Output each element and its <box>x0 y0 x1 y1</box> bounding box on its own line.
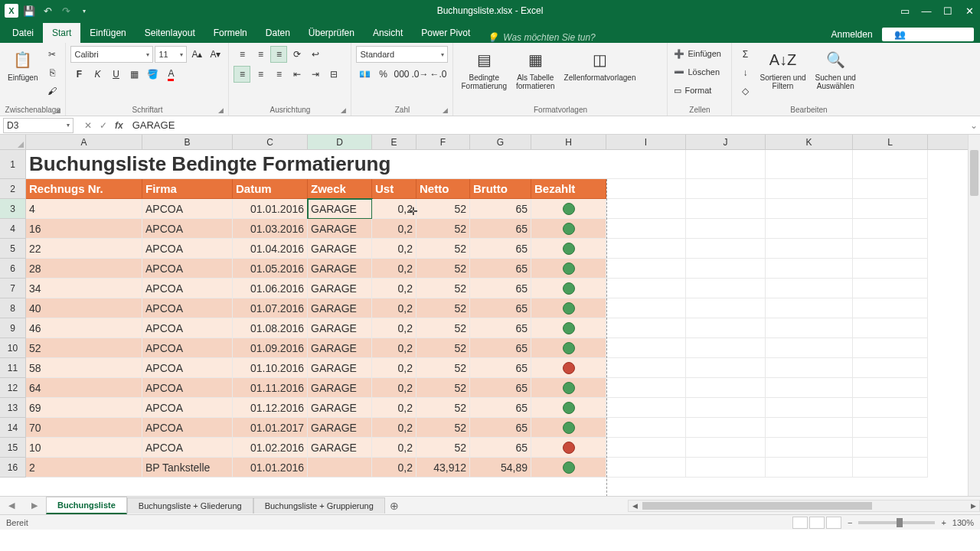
fx-icon[interactable]: fx <box>115 120 123 131</box>
col-header-L[interactable]: L <box>853 135 928 149</box>
cell[interactable]: GARAGE <box>308 318 372 338</box>
undo-icon[interactable]: ↶ <box>40 3 55 18</box>
title-cell[interactable]: Buchungsliste Bedingte Formatierung <box>26 150 606 179</box>
cell[interactable]: GARAGE <box>308 338 372 358</box>
cell[interactable] <box>766 279 853 298</box>
cell[interactable] <box>853 150 928 179</box>
vertical-scrollbar[interactable] <box>968 135 980 496</box>
cell[interactable]: 54,89 <box>470 458 531 478</box>
cell[interactable] <box>766 298 853 318</box>
select-all-button[interactable] <box>0 135 26 149</box>
cell[interactable]: 65 <box>470 418 531 438</box>
cell[interactable]: GARAGE <box>308 279 372 298</box>
cancel-formula-icon[interactable]: ✕ <box>81 120 95 131</box>
row-header[interactable]: 5 <box>0 239 26 259</box>
cell[interactable]: GARAGE <box>308 438 372 458</box>
horizontal-scrollbar[interactable]: ◀▶ <box>628 500 980 512</box>
sheet-tab-1[interactable]: Buchungsliste <box>46 497 127 514</box>
cell[interactable] <box>766 150 853 179</box>
cell[interactable]: 22 <box>26 239 142 259</box>
cell[interactable]: APCOA <box>142 378 233 398</box>
clear-icon[interactable]: ◇ <box>737 83 753 99</box>
font-color-icon[interactable]: A <box>162 66 179 83</box>
col-header-I[interactable]: I <box>606 135 686 149</box>
align-right-icon[interactable]: ≡ <box>270 66 287 83</box>
table-header-cell[interactable]: Rechnugs Nr. <box>26 179 142 199</box>
cell[interactable]: 10 <box>26 438 142 458</box>
align-middle-icon[interactable]: ≡ <box>252 46 269 63</box>
cell[interactable]: 2 <box>26 458 142 478</box>
cell[interactable] <box>308 458 372 478</box>
cell[interactable]: APCOA <box>142 438 233 458</box>
cell[interactable] <box>606 179 686 199</box>
cell[interactable]: 69 <box>26 398 142 418</box>
find-select-button[interactable]: 🔍Suchen und Auswählen <box>812 46 859 92</box>
zoom-in-icon[interactable]: + <box>941 518 946 527</box>
delete-cells-button[interactable]: ➖Löschen <box>672 64 721 80</box>
cell[interactable]: 0,2 <box>372 279 416 298</box>
cell[interactable] <box>531 239 606 259</box>
cell[interactable]: APCOA <box>142 298 233 318</box>
cell[interactable] <box>531 298 606 318</box>
cell[interactable]: APCOA <box>142 279 233 298</box>
row-header[interactable]: 1 <box>0 150 26 179</box>
cell[interactable]: APCOA <box>142 199 233 219</box>
redo-icon[interactable]: ↷ <box>58 3 74 18</box>
ribbon-options-icon[interactable]: ▭ <box>894 0 916 21</box>
sheet-tab-2[interactable]: Buchungsliste + Gliederung <box>127 497 253 514</box>
table-header-cell[interactable]: Ust <box>372 179 416 199</box>
cell[interactable]: 0,2 <box>372 378 416 398</box>
cell[interactable] <box>853 298 928 318</box>
increase-indent-icon[interactable]: ⇥ <box>307 66 324 83</box>
cell[interactable] <box>606 378 686 398</box>
row-header[interactable]: 12 <box>0 378 26 398</box>
align-bottom-icon[interactable]: ≡ <box>270 46 287 63</box>
save-icon[interactable]: 💾 <box>21 3 37 18</box>
cell[interactable] <box>686 239 766 259</box>
row-header[interactable]: 6 <box>0 259 26 279</box>
table-header-cell[interactable]: Firma <box>142 179 233 199</box>
cell[interactable] <box>766 358 853 378</box>
cell[interactable] <box>606 338 686 358</box>
cell[interactable]: 65 <box>470 378 531 398</box>
cell[interactable]: 70 <box>26 418 142 438</box>
cell[interactable]: 0,2 <box>372 298 416 318</box>
fill-color-icon[interactable]: 🪣 <box>144 66 161 83</box>
cell[interactable]: APCOA <box>142 358 233 378</box>
cell[interactable]: 0,2 <box>372 358 416 378</box>
font-size-combo[interactable]: 11▾ <box>155 46 187 63</box>
cell[interactable] <box>606 199 686 219</box>
dialog-launcher-icon[interactable]: ◢ <box>55 106 60 114</box>
row-header[interactable]: 2 <box>0 179 26 199</box>
cell[interactable] <box>686 259 766 279</box>
cell[interactable]: GARAGE <box>308 219 372 239</box>
cell[interactable] <box>853 358 928 378</box>
name-box[interactable]: D3▾ <box>3 118 74 133</box>
cell[interactable]: APCOA <box>142 338 233 358</box>
cell[interactable] <box>606 318 686 338</box>
cell[interactable] <box>606 219 686 239</box>
cell[interactable]: 01.11.2016 <box>233 378 308 398</box>
align-top-icon[interactable]: ≡ <box>234 46 250 63</box>
col-header-D[interactable]: D <box>308 135 372 149</box>
cell[interactable] <box>686 219 766 239</box>
zoom-out-icon[interactable]: − <box>848 518 852 527</box>
cell[interactable] <box>766 199 853 219</box>
cell[interactable] <box>766 219 853 239</box>
qat-customize-icon[interactable]: ▾ <box>77 3 92 18</box>
tab-review[interactable]: Überprüfen <box>299 23 364 43</box>
normal-view-icon[interactable] <box>792 517 808 529</box>
sort-filter-button[interactable]: A↓ZSortieren und Filtern <box>756 46 808 92</box>
cell[interactable] <box>686 318 766 338</box>
cell[interactable]: GARAGE <box>308 358 372 378</box>
cell[interactable] <box>686 179 766 199</box>
cell[interactable]: 4 <box>26 199 142 219</box>
cell[interactable]: APCOA <box>142 259 233 279</box>
merge-center-icon[interactable]: ⊟ <box>325 66 342 83</box>
cell[interactable] <box>853 398 928 418</box>
maximize-icon[interactable]: ☐ <box>937 0 959 21</box>
cell[interactable]: 52 <box>26 338 142 358</box>
cell[interactable]: 52 <box>416 358 470 378</box>
cell[interactable]: 52 <box>416 298 470 318</box>
cell[interactable] <box>853 418 928 438</box>
